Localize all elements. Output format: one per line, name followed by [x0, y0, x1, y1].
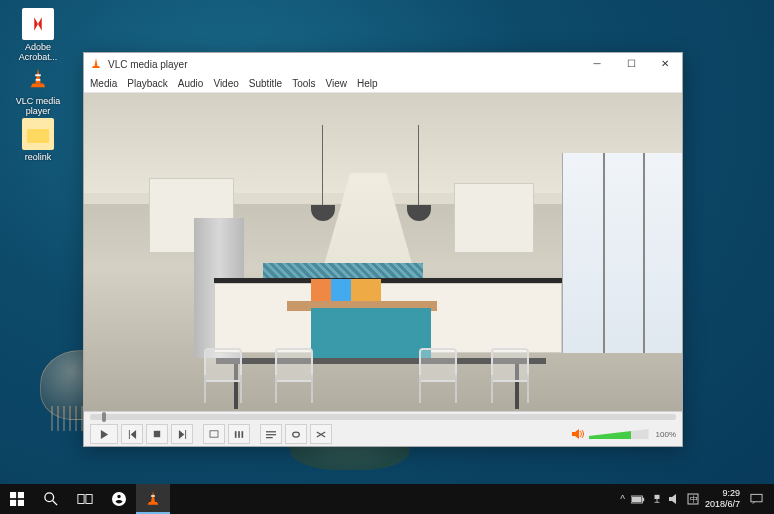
svg-rect-4	[235, 431, 237, 438]
svg-rect-2	[154, 431, 160, 437]
menubar: Media Playback Audio Video Subtitle Tool…	[84, 75, 682, 93]
vlc-cone-icon	[90, 57, 104, 71]
clock[interactable]: 9:29 2018/6/7	[705, 488, 740, 510]
volume-icon[interactable]	[669, 494, 681, 504]
stop-button[interactable]	[146, 424, 168, 444]
maximize-button[interactable]: ☐	[614, 53, 648, 75]
svg-rect-12	[10, 500, 16, 506]
menu-audio[interactable]: Audio	[178, 78, 204, 89]
desktop-icon-acrobat[interactable]: Adobe Acrobat...	[8, 8, 68, 62]
system-tray: ^ 中 9:29 2018/6/7	[620, 484, 774, 514]
taskbar: ^ 中 9:29 2018/6/7	[0, 484, 774, 514]
video-area[interactable]	[84, 93, 682, 411]
titlebar[interactable]: VLC media player ─ ☐ ✕	[84, 53, 682, 75]
svg-rect-15	[78, 495, 84, 504]
clock-time: 9:29	[705, 488, 740, 499]
window-title: VLC media player	[108, 59, 580, 70]
desktop[interactable]: Adobe Acrobat... VLC media player reolin…	[0, 0, 774, 514]
seek-slider[interactable]	[90, 414, 676, 420]
controls-bar: 100%	[84, 411, 682, 446]
vlc-cone-icon	[22, 62, 54, 94]
battery-icon[interactable]	[631, 495, 645, 504]
svg-rect-0	[35, 74, 41, 76]
search-button[interactable]	[34, 484, 68, 514]
menu-tools[interactable]: Tools	[292, 78, 315, 89]
svg-rect-20	[632, 496, 642, 501]
svg-rect-10	[10, 492, 16, 498]
menu-playback[interactable]: Playback	[127, 78, 168, 89]
taskbar-app-pinned[interactable]	[102, 484, 136, 514]
fullscreen-button[interactable]	[203, 424, 225, 444]
seek-thumb[interactable]	[102, 412, 106, 422]
svg-rect-9	[266, 437, 273, 438]
svg-rect-16	[86, 495, 92, 504]
next-button[interactable]	[171, 424, 193, 444]
tray-chevron-up-icon[interactable]: ^	[620, 494, 625, 505]
svg-point-14	[45, 493, 54, 502]
menu-subtitle[interactable]: Subtitle	[249, 78, 282, 89]
start-button[interactable]	[0, 484, 34, 514]
vlc-window: VLC media player ─ ☐ ✕ Media Playback Au…	[83, 52, 683, 447]
desktop-icon-label: VLC media player	[8, 96, 68, 116]
network-icon[interactable]	[651, 494, 663, 504]
volume-slider[interactable]	[589, 429, 649, 439]
svg-rect-3	[210, 431, 218, 437]
ime-icon[interactable]: 中	[687, 493, 699, 505]
adobe-acrobat-icon	[22, 8, 54, 40]
menu-view[interactable]: View	[326, 78, 348, 89]
svg-rect-11	[18, 492, 24, 498]
mute-button[interactable]	[572, 429, 584, 439]
loop-button[interactable]	[285, 424, 307, 444]
desktop-icon-label: Adobe Acrobat...	[8, 42, 68, 62]
taskbar-app-vlc[interactable]	[136, 484, 170, 514]
play-button[interactable]	[90, 424, 118, 444]
svg-rect-19	[642, 497, 644, 501]
desktop-icon-label: reolink	[8, 152, 68, 162]
shuffle-button[interactable]	[310, 424, 332, 444]
previous-button[interactable]	[121, 424, 143, 444]
menu-help[interactable]: Help	[357, 78, 378, 89]
svg-rect-8	[266, 434, 276, 435]
svg-rect-13	[18, 500, 24, 506]
menu-media[interactable]: Media	[90, 78, 117, 89]
svg-text:中: 中	[690, 495, 698, 504]
clock-date: 2018/6/7	[705, 499, 740, 510]
extended-settings-button[interactable]	[228, 424, 250, 444]
task-view-button[interactable]	[68, 484, 102, 514]
svg-rect-5	[238, 431, 240, 438]
menu-video[interactable]: Video	[213, 78, 238, 89]
svg-rect-24	[750, 494, 761, 501]
svg-rect-7	[266, 431, 276, 432]
action-center-button[interactable]	[746, 484, 766, 514]
minimize-button[interactable]: ─	[580, 53, 614, 75]
svg-rect-17	[151, 495, 155, 496]
svg-rect-21	[654, 495, 659, 499]
svg-rect-6	[242, 431, 244, 438]
close-button[interactable]: ✕	[648, 53, 682, 75]
desktop-icon-reolink[interactable]: reolink	[8, 118, 68, 162]
volume-label: 100%	[656, 430, 676, 439]
svg-rect-1	[36, 79, 41, 81]
desktop-icon-vlc[interactable]: VLC media player	[8, 62, 68, 116]
folder-icon	[22, 118, 54, 150]
playlist-button[interactable]	[260, 424, 282, 444]
video-content-kitchen	[84, 93, 682, 411]
